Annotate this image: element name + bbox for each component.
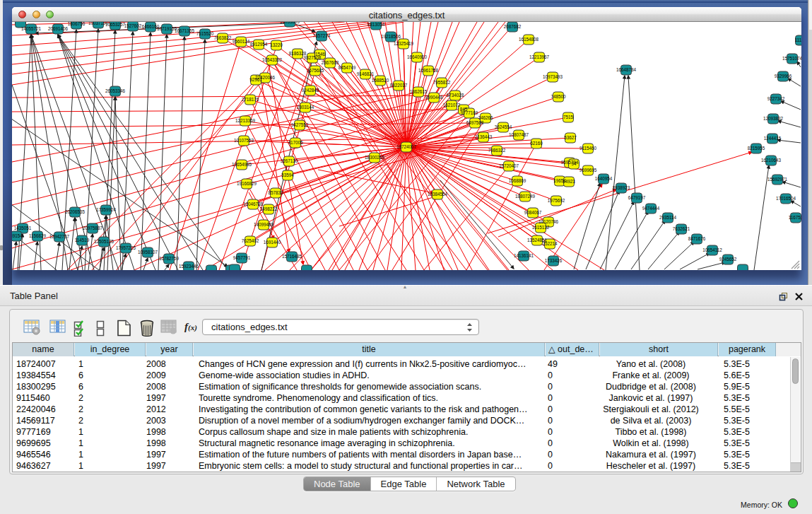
svg-text:6479197: 6479197 bbox=[628, 195, 646, 200]
svg-text:18807249: 18807249 bbox=[515, 194, 536, 199]
svg-text:857833: 857833 bbox=[268, 190, 283, 195]
svg-text:9084067: 9084067 bbox=[524, 210, 542, 215]
svg-text:20975887: 20975887 bbox=[83, 226, 103, 230]
svg-text:10107553: 10107553 bbox=[234, 138, 254, 143]
svg-text:16640910: 16640910 bbox=[407, 54, 428, 59]
svg-text:15923446: 15923446 bbox=[179, 264, 199, 269]
svg-text:19166829: 19166829 bbox=[237, 181, 257, 186]
svg-text:1691440: 1691440 bbox=[264, 240, 281, 245]
svg-text:26053346: 26053346 bbox=[105, 88, 126, 93]
svg-text:1527602: 1527602 bbox=[124, 23, 142, 28]
svg-text:3267130: 3267130 bbox=[281, 158, 298, 163]
svg-text:9777169: 9777169 bbox=[461, 110, 478, 115]
svg-text:7357274: 7357274 bbox=[313, 33, 331, 38]
svg-text:114519: 114519 bbox=[75, 238, 90, 243]
svg-text:16648784: 16648784 bbox=[616, 67, 637, 72]
svg-text:20691406: 20691406 bbox=[48, 26, 69, 31]
svg-text:748500: 748500 bbox=[551, 94, 566, 99]
svg-text:9146821: 9146821 bbox=[357, 71, 375, 76]
svg-text:18724007: 18724007 bbox=[396, 144, 417, 149]
svg-text:7663822: 7663822 bbox=[214, 35, 232, 40]
svg-text:8322037: 8322037 bbox=[390, 83, 408, 88]
svg-text:16671355: 16671355 bbox=[175, 28, 195, 33]
svg-text:8454749: 8454749 bbox=[339, 65, 356, 70]
svg-text:17016504: 17016504 bbox=[776, 196, 796, 201]
svg-text:746266: 746266 bbox=[478, 115, 493, 120]
svg-text:3675685: 3675685 bbox=[307, 68, 324, 73]
svg-text:39154: 39154 bbox=[12, 233, 23, 238]
svg-text:53594: 53594 bbox=[281, 173, 294, 177]
svg-text:1621072: 1621072 bbox=[443, 103, 461, 107]
svg-text:12942737: 12942737 bbox=[49, 234, 70, 239]
svg-text:10973493: 10973493 bbox=[543, 74, 563, 79]
svg-text:16543392: 16543392 bbox=[262, 57, 283, 62]
svg-text:8215955: 8215955 bbox=[748, 146, 765, 151]
svg-text:19654985: 19654985 bbox=[232, 162, 252, 167]
svg-text:16782759: 16782759 bbox=[159, 256, 180, 261]
svg-text:9115460: 9115460 bbox=[579, 146, 597, 151]
svg-text:2935114: 2935114 bbox=[659, 215, 677, 220]
svg-text:1640954: 1640954 bbox=[595, 176, 613, 181]
svg-text:15692971: 15692971 bbox=[767, 177, 788, 182]
svg-text:1975692: 1975692 bbox=[548, 198, 565, 203]
svg-text:8471676: 8471676 bbox=[688, 236, 706, 241]
svg-text:12505135: 12505135 bbox=[94, 239, 114, 244]
svg-text:53627: 53627 bbox=[564, 135, 577, 140]
svg-text:94: 94 bbox=[571, 161, 577, 166]
svg-text:17957225: 17957225 bbox=[116, 245, 136, 250]
svg-text:11120: 11120 bbox=[795, 37, 801, 42]
svg-text:7625402: 7625402 bbox=[242, 238, 259, 243]
svg-text:9427552: 9427552 bbox=[291, 122, 309, 127]
svg-text:14136141: 14136141 bbox=[514, 253, 534, 258]
svg-text:9227342: 9227342 bbox=[767, 96, 785, 101]
svg-text:3624554: 3624554 bbox=[495, 124, 512, 129]
svg-text:1588520: 1588520 bbox=[372, 78, 389, 83]
svg-text:2136443: 2136443 bbox=[475, 134, 493, 139]
svg-text:13220: 13220 bbox=[270, 42, 283, 47]
svg-text:16961758: 16961758 bbox=[418, 68, 439, 73]
svg-text:19218506: 19218506 bbox=[381, 34, 401, 39]
svg-text:16210643: 16210643 bbox=[761, 158, 782, 163]
svg-text:62160: 62160 bbox=[530, 141, 543, 146]
svg-text:16154808: 16154808 bbox=[519, 37, 539, 42]
svg-text:10653257: 10653257 bbox=[105, 22, 126, 27]
svg-text:12093832: 12093832 bbox=[763, 116, 784, 121]
svg-text:6497568: 6497568 bbox=[466, 120, 484, 125]
svg-text:2803144: 2803144 bbox=[297, 105, 314, 110]
svg-text:2867608: 2867608 bbox=[322, 60, 339, 65]
svg-text:18300295: 18300295 bbox=[365, 155, 385, 160]
svg-text:16033809: 16033809 bbox=[280, 22, 300, 24]
svg-text:9474444: 9474444 bbox=[642, 206, 660, 211]
svg-text:9245652: 9245652 bbox=[719, 257, 737, 262]
svg-text:9242848: 9242848 bbox=[302, 88, 319, 93]
svg-text:3498222: 3498222 bbox=[260, 206, 278, 211]
svg-text:1068869: 1068869 bbox=[509, 178, 526, 183]
svg-text:7515520: 7515520 bbox=[196, 31, 214, 36]
svg-text:9329966: 9329966 bbox=[775, 74, 792, 78]
svg-text:1733426: 1733426 bbox=[545, 258, 563, 263]
svg-text:9699695: 9699695 bbox=[579, 168, 597, 173]
svg-text:9560124: 9560124 bbox=[233, 39, 250, 44]
svg-text:9457791: 9457791 bbox=[233, 255, 251, 260]
svg-text:1615132: 1615132 bbox=[532, 225, 550, 230]
svg-text:14099489: 14099489 bbox=[254, 222, 274, 227]
svg-text:2087682: 2087682 bbox=[504, 24, 522, 29]
svg-text:17359924: 17359924 bbox=[96, 207, 117, 212]
svg-text:10046788: 10046788 bbox=[243, 201, 264, 206]
svg-text:1806756: 1806756 bbox=[68, 22, 86, 26]
svg-text:12213369: 12213369 bbox=[235, 118, 256, 123]
svg-text:116753: 116753 bbox=[789, 215, 801, 220]
svg-text:252214: 252214 bbox=[542, 241, 558, 246]
svg-text:10120746: 10120746 bbox=[539, 219, 559, 224]
svg-text:1362615: 1362615 bbox=[410, 89, 428, 94]
svg-text:417005: 417005 bbox=[288, 140, 303, 145]
svg-text:10807487: 10807487 bbox=[509, 132, 529, 137]
svg-text:14923: 14923 bbox=[563, 179, 575, 184]
svg-text:19384554: 19384554 bbox=[428, 192, 448, 197]
svg-text:10654112: 10654112 bbox=[702, 247, 722, 252]
svg-text:14055721: 14055721 bbox=[21, 26, 42, 31]
svg-text:1244415: 1244415 bbox=[764, 136, 782, 141]
svg-text:7986322: 7986322 bbox=[488, 148, 506, 153]
svg-text:1546: 1546 bbox=[315, 52, 326, 57]
svg-text:10958107: 10958107 bbox=[138, 250, 158, 255]
